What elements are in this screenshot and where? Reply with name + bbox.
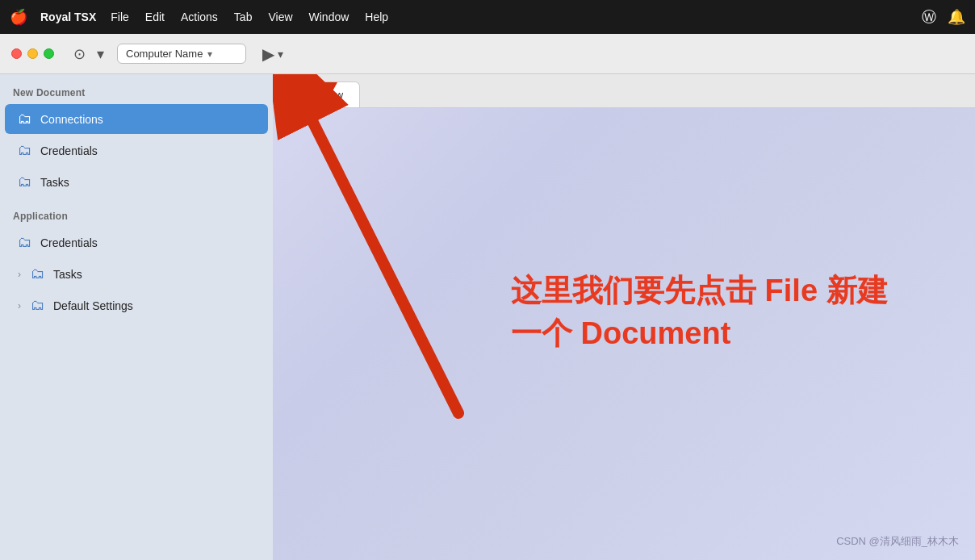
wps-icon[interactable]: Ⓦ <box>922 7 936 27</box>
sidebar-item-app-tasks[interactable]: › 🗂 Tasks <box>5 259 268 289</box>
sidebar-item-connections[interactable]: 🗂 Connections <box>5 104 268 134</box>
dropdown-arrow-icon: ▾ <box>207 48 212 60</box>
sidebar-item-app-credentials[interactable]: 🗂 Credentials <box>5 228 268 257</box>
content-area: Overview 这里我们要先点击 File 新建 一个 Document <box>273 74 975 560</box>
traffic-lights <box>11 48 54 59</box>
annotation-line1: 这里我们要先点击 File 新建 <box>511 270 888 312</box>
annotation-arrow <box>273 74 975 560</box>
computer-name-label: Computer Name <box>126 48 203 60</box>
sidebar-item-credentials[interactable]: 🗂 Credentials <box>5 136 268 165</box>
menu-edit[interactable]: Edit <box>137 7 173 27</box>
watermark: CSDN @清风细雨_林木木 <box>836 534 959 549</box>
toolbar-play-group: ▶ ▾ <box>262 44 283 64</box>
menu-help[interactable]: Help <box>357 7 396 27</box>
application-section-label: Application <box>0 198 273 227</box>
sidebar-item-tasks[interactable]: 🗂 Tasks <box>5 167 268 197</box>
window-toolbar: ⊙ ▾ Computer Name ▾ ▶ ▾ <box>0 34 975 74</box>
main-layout: New Document 🗂 Connections 🗂 Credentials… <box>0 74 975 560</box>
apple-menu[interactable]: 🍎 <box>10 8 27 26</box>
chevron-icon-tasks: › <box>18 269 21 280</box>
folder-icon-app-default-settings: 🗂 <box>31 297 45 314</box>
menu-file[interactable]: File <box>103 7 137 27</box>
sidebar-item-app-tasks-label: Tasks <box>53 268 82 281</box>
tab-overview[interactable]: Overview <box>282 81 360 107</box>
folder-icon-app-credentials: 🗂 <box>18 234 32 251</box>
sidebar-item-credentials-label: Credentials <box>40 144 98 157</box>
tab-overview-label: Overview <box>299 89 343 101</box>
menu-window[interactable]: Window <box>301 7 358 27</box>
sidebar-item-app-default-settings[interactable]: › 🗂 Default Settings <box>5 290 268 320</box>
play-button[interactable]: ▶ <box>262 44 274 64</box>
folder-icon-tasks: 🗂 <box>18 173 32 190</box>
sidebar-item-tasks-label: Tasks <box>40 176 69 189</box>
tab-bar: Overview <box>273 74 975 108</box>
annotation-text: 这里我们要先点击 File 新建 一个 Document <box>511 270 888 355</box>
new-document-section-label: New Document <box>0 74 273 103</box>
nav-icon[interactable]: ⊙ <box>70 44 89 65</box>
annotation-line2: 一个 Document <box>511 313 888 356</box>
play-chevron-icon[interactable]: ▾ <box>278 48 283 61</box>
sidebar-item-connections-label: Connections <box>40 113 103 126</box>
app-name[interactable]: Royal TSX <box>40 10 96 23</box>
folder-icon-app-tasks: 🗂 <box>31 265 45 282</box>
folder-icon-connections: 🗂 <box>18 111 32 127</box>
menu-view[interactable]: View <box>260 7 300 27</box>
svg-line-1 <box>313 123 458 413</box>
menu-bar: 🍎 Royal TSX File Edit Actions Tab View W… <box>0 0 975 34</box>
toolbar-nav-icons: ⊙ ▾ <box>70 44 107 65</box>
sidebar: New Document 🗂 Connections 🗂 Credentials… <box>0 74 273 560</box>
menubar-right-icons: Ⓦ 🔔 <box>922 7 965 27</box>
menu-actions[interactable]: Actions <box>173 7 226 27</box>
chevron-icon-default-settings: › <box>18 300 21 311</box>
sidebar-item-app-default-settings-label: Default Settings <box>53 299 133 312</box>
minimize-button[interactable] <box>27 48 38 59</box>
menu-tab[interactable]: Tab <box>226 7 261 27</box>
computer-name-dropdown[interactable]: Computer Name ▾ <box>117 44 246 64</box>
sidebar-item-app-credentials-label: Credentials <box>40 236 98 249</box>
folder-icon-credentials: 🗂 <box>18 142 32 159</box>
close-button[interactable] <box>11 48 22 59</box>
nav-chevron-icon[interactable]: ▾ <box>94 44 107 65</box>
notification-icon[interactable]: 🔔 <box>948 8 965 26</box>
maximize-button[interactable] <box>44 48 54 59</box>
